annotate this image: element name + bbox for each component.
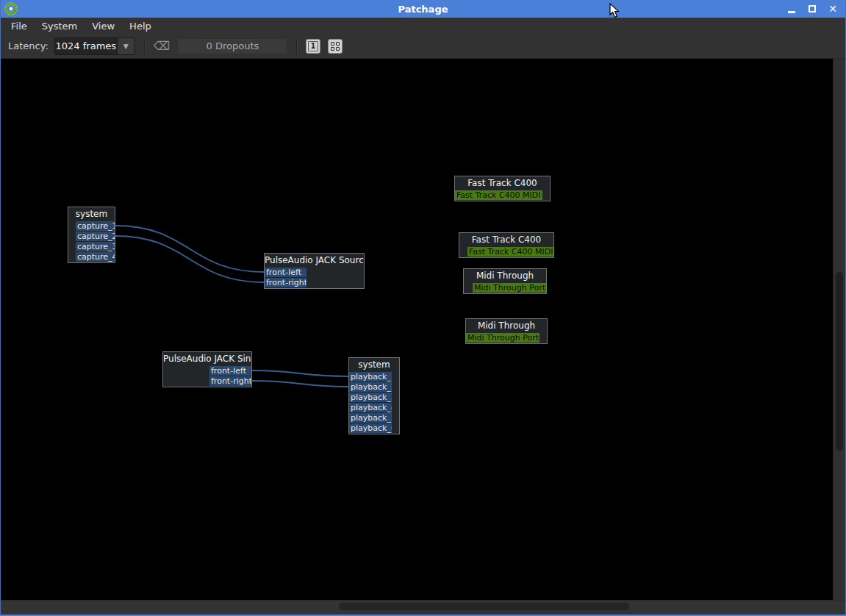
- horizontal-scrollbar[interactable]: [1, 600, 845, 615]
- port-midi-through-port-0[interactable]: Midi Through Port-0: [466, 333, 539, 343]
- port-capture-3[interactable]: capture_3: [76, 242, 115, 251]
- toolbar-separator: [296, 39, 297, 54]
- dropouts-button[interactable]: 0 Dropouts: [177, 38, 287, 54]
- mouse-cursor: [609, 3, 620, 18]
- maximize-icon: [809, 5, 816, 12]
- menu-system[interactable]: System: [35, 19, 85, 33]
- latency-combobox[interactable]: 1024 frames ▼: [54, 37, 135, 55]
- node-title: Fast Track C400: [455, 176, 550, 190]
- port-front-left[interactable]: front-left: [265, 268, 307, 277]
- connection[interactable]: [115, 226, 264, 272]
- zoom-normal-icon: 1: [308, 41, 318, 51]
- port-playback-6[interactable]: playback_6: [349, 423, 392, 433]
- node-title: PulseAudio JACK Sink: [163, 352, 251, 366]
- node-midi-through-in[interactable]: Midi ThroughMidi Through Port-0: [465, 318, 548, 344]
- clear-dropouts-icon[interactable]: ⌫: [154, 39, 171, 53]
- port-capture-4[interactable]: capture_4: [76, 252, 115, 262]
- vertical-scrollbar-thumb[interactable]: [836, 272, 843, 451]
- port-front-right[interactable]: front-right: [265, 278, 307, 287]
- horizontal-scrollbar-thumb[interactable]: [339, 603, 629, 610]
- connection[interactable]: [115, 236, 264, 282]
- node-title: system: [68, 207, 115, 221]
- zoom-fit-icon: [331, 42, 340, 51]
- titlebar: Patchage ✕: [1, 0, 845, 18]
- port-fast-track-c400-midi-1[interactable]: Fast Track C400 MIDI 1: [455, 190, 542, 200]
- node-title: Midi Through: [464, 269, 546, 283]
- minimize-icon: [788, 11, 795, 13]
- latency-value: 1024 frames: [55, 38, 117, 54]
- port-playback-5[interactable]: playback_5: [349, 413, 392, 423]
- port-playback-1[interactable]: playback_1: [349, 372, 392, 382]
- zoom-normal-button[interactable]: 1: [306, 39, 320, 54]
- menu-help[interactable]: Help: [122, 19, 159, 33]
- patchbay-canvas[interactable]: systemcapture_1capture_2capture_3capture…: [1, 59, 833, 600]
- port-capture-1[interactable]: capture_1: [76, 221, 115, 231]
- node-pulseaudio-jack-sink[interactable]: PulseAudio JACK Sinkfront-leftfront-righ…: [162, 351, 252, 387]
- node-fast-track-c400-in[interactable]: Fast Track C400Fast Track C400 MIDI 1: [454, 176, 551, 201]
- chevron-down-icon[interactable]: ▼: [117, 38, 135, 54]
- port-midi-through-port-0[interactable]: Midi Through Port-0: [473, 283, 546, 293]
- port-fast-track-c400-midi-1[interactable]: Fast Track C400 MIDI 1: [467, 247, 553, 257]
- maximize-button[interactable]: [807, 4, 817, 14]
- close-icon: ✕: [828, 4, 837, 14]
- vertical-scrollbar[interactable]: [833, 59, 845, 600]
- connection[interactable]: [252, 381, 348, 387]
- menu-view[interactable]: View: [85, 19, 122, 33]
- node-midi-through-out[interactable]: Midi ThroughMidi Through Port-0: [463, 268, 547, 294]
- node-title: PulseAudio JACK Source: [265, 254, 364, 268]
- window-title: Patchage: [1, 4, 845, 15]
- node-title: Midi Through: [466, 319, 547, 333]
- minimize-button[interactable]: [786, 4, 797, 14]
- menu-file[interactable]: File: [4, 19, 35, 33]
- port-front-right[interactable]: front-right: [209, 376, 251, 386]
- port-front-left[interactable]: front-left: [209, 366, 251, 376]
- port-playback-2[interactable]: playback_2: [349, 382, 392, 392]
- latency-label: Latency:: [8, 40, 49, 51]
- close-button[interactable]: ✕: [828, 4, 838, 14]
- node-fast-track-c400-out[interactable]: Fast Track C400Fast Track C400 MIDI 1: [459, 232, 554, 258]
- toolbar-separator: [144, 39, 145, 54]
- node-system-capture[interactable]: systemcapture_1capture_2capture_3capture…: [68, 207, 115, 263]
- app-window: Patchage ✕ File System View Help Latency…: [0, 0, 846, 616]
- connection[interactable]: [252, 370, 348, 376]
- port-playback-3[interactable]: playback_3: [349, 393, 392, 402]
- node-title: system: [349, 358, 399, 372]
- node-system-playback[interactable]: systemplayback_1playback_2playback_3play…: [348, 357, 400, 434]
- connection-wires: [1, 59, 833, 600]
- port-capture-2[interactable]: capture_2: [76, 232, 115, 241]
- port-playback-4[interactable]: playback_4: [349, 403, 392, 412]
- toolbar: Latency: 1024 frames ▼ ⌫ 0 Dropouts 1: [1, 34, 845, 59]
- zoom-fit-button[interactable]: [328, 39, 343, 54]
- node-title: Fast Track C400: [459, 233, 553, 247]
- menu-bar: File System View Help: [1, 18, 845, 34]
- node-pulseaudio-jack-source[interactable]: PulseAudio JACK Sourcefront-leftfront-ri…: [264, 253, 365, 289]
